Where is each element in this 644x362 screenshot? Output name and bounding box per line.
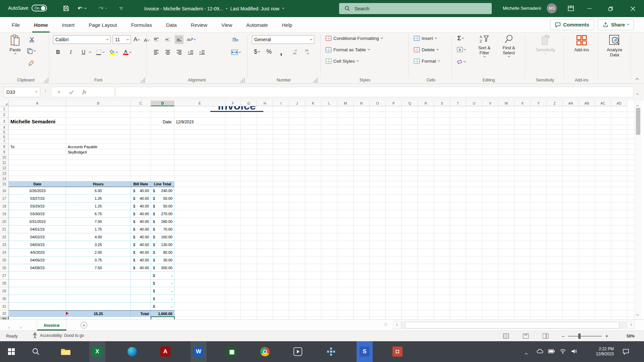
column-header-R[interactable]: R	[418, 101, 434, 106]
column-header-AD[interactable]: AD	[611, 101, 627, 106]
ribbon-tab-home[interactable]: Home	[27, 17, 55, 33]
format-as-table-button[interactable]: Format as Table	[326, 45, 370, 54]
row-header-10[interactable]: 10	[0, 155, 9, 160]
row-header-12[interactable]: 12	[0, 165, 9, 171]
start-button[interactable]	[3, 341, 19, 362]
italic-button[interactable]: I	[66, 48, 75, 57]
column-header-AA[interactable]: AA	[563, 101, 579, 106]
column-header-A[interactable]: A	[9, 101, 66, 106]
share-button[interactable]: Share	[598, 19, 634, 30]
column-header-Y[interactable]: Y	[531, 101, 547, 106]
action-center-icon[interactable]	[623, 349, 629, 355]
onedrive-cloud-icon[interactable]	[537, 349, 543, 354]
row-header-5[interactable]: 5	[0, 130, 9, 134]
scroll-up-icon[interactable]	[637, 102, 638, 108]
row-header-9[interactable]: 9	[0, 149, 9, 155]
column-header-AB[interactable]: AB	[579, 101, 595, 106]
close-button[interactable]	[625, 0, 641, 17]
battery-icon[interactable]	[548, 349, 555, 353]
column-header-Z[interactable]: Z	[547, 101, 563, 106]
autosave-toggle[interactable]: On	[32, 5, 47, 11]
name-box[interactable]: D33	[3, 87, 40, 97]
word-taskbar-button[interactable]: W	[191, 341, 207, 362]
orientation-icon[interactable]: ab	[186, 35, 196, 44]
row-header-7[interactable]: 7	[0, 139, 9, 144]
search-bar[interactable]	[339, 3, 492, 14]
row-header-30[interactable]: 30	[0, 295, 9, 303]
column-header-G[interactable]: G	[241, 101, 257, 106]
zoom-out-icon[interactable]: −	[561, 334, 565, 340]
column-header-I[interactable]: I	[273, 101, 289, 106]
horizontal-scrollbar[interactable]	[401, 321, 627, 329]
insert-cells-button[interactable]: Insert	[414, 34, 437, 43]
column-header-S[interactable]: S	[434, 101, 450, 106]
number-format-select[interactable]: General	[252, 35, 314, 44]
top-align-icon[interactable]	[152, 35, 161, 44]
ribbon-tab-view[interactable]: View	[214, 17, 239, 33]
avatar[interactable]: MS	[547, 3, 557, 13]
hscroll-thumb[interactable]	[405, 322, 619, 328]
increase-font-icon[interactable]: A	[132, 35, 141, 44]
column-header-N[interactable]: N	[354, 101, 370, 106]
ribbon-display-options-icon[interactable]	[568, 5, 574, 12]
row-header-8[interactable]: 8	[0, 144, 9, 149]
column-header-B[interactable]: B	[66, 101, 131, 106]
middle-align-icon[interactable]	[163, 35, 172, 44]
decrease-decimal-icon[interactable]: .00→0	[304, 47, 312, 56]
column-header-D[interactable]: D	[151, 101, 174, 106]
fill-icon[interactable]	[456, 45, 466, 54]
column-header-F[interactable]: F	[225, 101, 241, 106]
ribbon-tab-page-layout[interactable]: Page Layout	[82, 17, 124, 33]
hscroll-right-icon[interactable]	[627, 321, 635, 329]
ribbon-tab-automate[interactable]: Automate	[239, 17, 275, 33]
ribbon-tab-file[interactable]: File	[5, 17, 27, 33]
movies-tv-button[interactable]	[290, 341, 306, 362]
select-all-corner[interactable]	[0, 101, 9, 106]
underline-button[interactable]: U	[79, 48, 88, 57]
hscroll-left-icon[interactable]	[393, 321, 401, 329]
copy-icon[interactable]	[26, 47, 36, 55]
normal-view-icon[interactable]	[503, 334, 509, 339]
minimize-button[interactable]	[582, 0, 597, 17]
row-header-33[interactable]: 33	[0, 317, 9, 319]
align-right-icon[interactable]	[175, 48, 183, 57]
analyze-data-button[interactable]: Analyze Data	[602, 35, 627, 57]
borders-icon[interactable]	[95, 48, 105, 57]
vscroll-thumb[interactable]	[636, 108, 640, 135]
next-sheet-icon[interactable]	[19, 324, 21, 330]
formula-input[interactable]	[115, 87, 633, 97]
zoom-level[interactable]: 50%	[627, 334, 635, 339]
zoom-in-icon[interactable]: +	[605, 333, 608, 340]
edge-button[interactable]	[124, 341, 140, 362]
column-header-U[interactable]: U	[466, 101, 482, 106]
sort-filter-button[interactable]: AZ Sort & Filter	[474, 35, 495, 57]
row-header-2[interactable]: 2	[0, 112, 9, 118]
vertical-scrollbar[interactable]	[635, 101, 641, 319]
number-dialog-launcher[interactable]	[313, 78, 318, 82]
column-header-E[interactable]: E	[174, 101, 225, 106]
decrease-indent-icon[interactable]	[186, 48, 195, 57]
redo-button[interactable]	[97, 3, 107, 13]
merge-center-icon[interactable]	[230, 48, 241, 57]
page-break-view-icon[interactable]	[543, 334, 548, 339]
row-header-21[interactable]: 21	[0, 226, 9, 233]
volume-icon[interactable]	[571, 349, 578, 354]
format-painter-icon[interactable]	[27, 59, 36, 67]
row-header-27[interactable]: 27	[0, 272, 9, 280]
column-header-X[interactable]: X	[515, 101, 531, 106]
column-header-O[interactable]: O	[370, 101, 386, 106]
format-cells-button[interactable]: Format	[414, 57, 440, 66]
row-header-26[interactable]: 26	[0, 264, 9, 272]
column-header-H[interactable]: H	[257, 101, 273, 106]
row-header-1[interactable]: 1	[0, 106, 9, 112]
increase-decimal-icon[interactable]: ←0.00	[291, 47, 300, 56]
column-header-L[interactable]: L	[321, 101, 337, 106]
clock[interactable]: 2:22 PM 12/9/2023	[580, 347, 614, 357]
find-select-button[interactable]: Find & Select	[498, 35, 520, 57]
row-header-18[interactable]: 18	[0, 202, 9, 210]
row-header-28[interactable]: 28	[0, 280, 9, 287]
clear-icon[interactable]	[456, 57, 466, 66]
insert-function-icon[interactable]: fx	[83, 89, 86, 95]
row-header-25[interactable]: 25	[0, 256, 9, 264]
cancel-icon[interactable]: ×	[57, 89, 60, 95]
